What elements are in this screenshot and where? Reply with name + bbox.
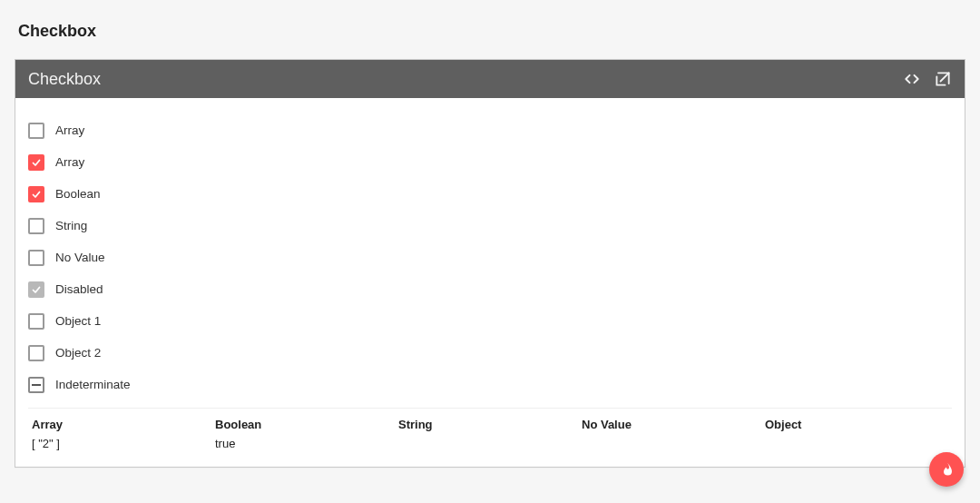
checkbox-boolean[interactable] xyxy=(28,186,44,202)
checkbox-array-1[interactable] xyxy=(28,123,44,139)
results-row: Array [ "2" ] Boolean true String No Val… xyxy=(28,408,952,458)
checkbox-label: Disabled xyxy=(55,282,103,296)
code-toggle-icon[interactable] xyxy=(903,70,921,88)
checkbox-no-value[interactable] xyxy=(28,250,44,266)
open-external-icon[interactable] xyxy=(934,70,952,88)
fab-button[interactable] xyxy=(929,452,964,487)
checkbox-row: Array xyxy=(28,146,952,178)
card-title: Checkbox xyxy=(28,70,101,89)
checkbox-label: String xyxy=(55,219,87,232)
checkbox-object-2[interactable] xyxy=(28,345,44,361)
checkbox-row: Object 2 xyxy=(28,337,952,369)
checkbox-row: String xyxy=(28,210,952,242)
result-head: String xyxy=(398,418,582,431)
result-head: Boolean xyxy=(215,418,398,431)
checkbox-label: Object 2 xyxy=(55,346,101,360)
result-boolean: Boolean true xyxy=(215,418,398,450)
checkbox-row: Object 1 xyxy=(28,305,952,337)
checkbox-label: Array xyxy=(55,123,84,137)
checkbox-label: Object 1 xyxy=(55,314,101,328)
page-title: Checkbox xyxy=(18,22,962,41)
checkbox-row: Array xyxy=(28,114,952,146)
card-body: Array Array Boolean String No Va xyxy=(15,98,965,467)
card-header: Checkbox xyxy=(15,60,965,98)
checkbox-disabled xyxy=(28,281,44,298)
checkbox-object-1[interactable] xyxy=(28,313,44,330)
result-array: Array [ "2" ] xyxy=(32,418,215,450)
checkbox-array-2[interactable] xyxy=(28,154,44,171)
checkbox-label: Indeterminate xyxy=(55,378,131,391)
checkbox-label: Boolean xyxy=(55,187,101,201)
card-header-actions xyxy=(903,70,952,88)
result-head: Object xyxy=(765,418,948,431)
checkbox-label: No Value xyxy=(55,251,105,264)
result-no-value: No Value xyxy=(582,418,765,450)
result-string: String xyxy=(398,418,582,450)
checkbox-indeterminate[interactable] xyxy=(28,377,44,393)
checkbox-label: Array xyxy=(55,155,84,169)
checkbox-row: Disabled xyxy=(28,273,952,305)
checkbox-row: Indeterminate xyxy=(28,369,952,400)
flame-icon xyxy=(938,460,955,479)
checkbox-row: No Value xyxy=(28,242,952,273)
result-value: true xyxy=(215,437,398,450)
result-head: Array xyxy=(32,418,215,431)
checkbox-string[interactable] xyxy=(28,218,44,234)
result-value: [ "2" ] xyxy=(32,437,215,450)
result-head: No Value xyxy=(582,418,765,431)
checkbox-row: Boolean xyxy=(28,178,952,210)
example-card: Checkbox xyxy=(15,59,965,468)
result-object: Object xyxy=(765,418,948,450)
